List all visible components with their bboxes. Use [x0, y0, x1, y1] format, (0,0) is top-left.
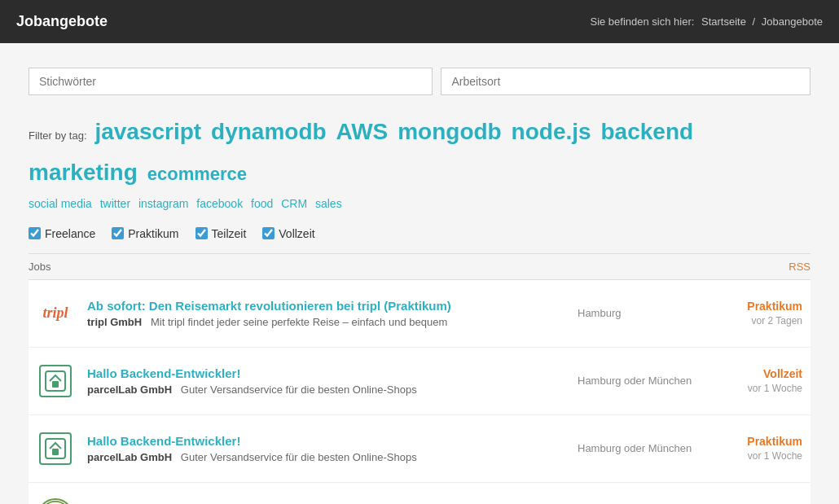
job-meta: Praktikum vor 2 Tagen	[721, 300, 802, 327]
job-company-name: tripl GmbH	[87, 316, 142, 328]
tag-ecommerce[interactable]: ecommerce	[147, 164, 247, 184]
checkbox-row: Freelance Praktikum Teilzeit Vollzeit	[29, 227, 810, 240]
job-type: Praktikum	[721, 435, 802, 448]
parcellab-logo-2	[39, 432, 72, 465]
job-meta: Praktikum vor 1 Woche	[721, 435, 802, 462]
checkbox-teilzeit-input[interactable]	[195, 227, 208, 239]
tag-twitter[interactable]: twitter	[100, 197, 130, 210]
tag-instagram[interactable]: instagram	[138, 197, 188, 210]
job-location: Hamburg oder München	[578, 442, 708, 454]
tag-dynamodb[interactable]: dynamodb	[211, 119, 327, 144]
job-type: Praktikum	[721, 300, 802, 313]
tag-nodejs[interactable]: node.js	[512, 119, 591, 144]
tag-social-media[interactable]: social media	[29, 197, 92, 210]
frischepost-logo: FRISCHE POST	[37, 498, 73, 504]
tag-aws[interactable]: AWS	[336, 119, 389, 144]
tripl-logo-text: tripl	[42, 305, 68, 322]
breadcrumb-separator: /	[753, 15, 756, 28]
svg-rect-1	[52, 381, 59, 388]
table-row: FRISCHE POST Praktikant Marketing & PR (…	[29, 483, 810, 504]
tag-cloud-section: Filter by tag: javascript dynamodb AWS m…	[29, 112, 810, 214]
parcellab-logo	[39, 365, 72, 397]
breadcrumb-current: Jobangebote	[762, 15, 823, 28]
job-company-name: parcelLab GmbH	[87, 451, 172, 463]
job-title[interactable]: Ab sofort: Den Reisemarkt revolutioniere…	[87, 299, 564, 313]
tag-food[interactable]: food	[251, 197, 273, 210]
job-company-desc: parcelLab GmbH Guter Versandservice für …	[87, 451, 417, 463]
location-input[interactable]	[441, 68, 810, 95]
company-logo-parcellab-2	[37, 430, 74, 467]
tag-marketing[interactable]: marketing	[29, 160, 138, 185]
company-logo-tripl: tripl	[37, 295, 74, 332]
table-row: tripl Ab sofort: Den Reisemarkt revoluti…	[29, 280, 810, 348]
job-title[interactable]: Hallo Backend-Entwickler!	[87, 434, 564, 448]
table-row: Hallo Backend-Entwickler! parcelLab GmbH…	[29, 348, 810, 415]
checkbox-praktikum-label: Praktikum	[128, 227, 178, 240]
checkbox-teilzeit-label: Teilzeit	[212, 227, 247, 240]
filter-label: Filter by tag:	[29, 129, 87, 142]
checkbox-teilzeit[interactable]: Teilzeit	[195, 227, 247, 240]
job-location: Hamburg	[578, 307, 708, 319]
checkbox-vollzeit[interactable]: Vollzeit	[262, 227, 314, 240]
tag-crm[interactable]: CRM	[281, 197, 307, 210]
breadcrumb-prefix: Sie befinden sich hier:	[590, 15, 694, 28]
jobs-header: Jobs RSS	[29, 253, 810, 280]
svg-rect-3	[52, 449, 59, 455]
breadcrumb-home[interactable]: Startseite	[701, 15, 746, 28]
checkbox-vollzeit-label: Vollzeit	[279, 227, 314, 240]
job-details: Hallo Backend-Entwickler! parcelLab GmbH…	[87, 434, 564, 463]
tag-mongodb[interactable]: mongodb	[398, 119, 502, 144]
company-logo-parcellab-1	[37, 362, 74, 400]
tag-javascript[interactable]: javascript	[94, 119, 201, 144]
tag-sales[interactable]: sales	[315, 197, 342, 210]
tag-facebook[interactable]: facebook	[196, 197, 243, 210]
job-list: tripl Ab sofort: Den Reisemarkt revoluti…	[29, 280, 810, 504]
job-date: vor 1 Woche	[721, 383, 802, 394]
checkbox-praktikum[interactable]: Praktikum	[112, 227, 178, 240]
search-row	[29, 68, 810, 95]
main-content: Filter by tag: javascript dynamodb AWS m…	[12, 43, 827, 504]
checkbox-freelance-input[interactable]	[29, 227, 41, 239]
checkbox-freelance[interactable]: Freelance	[29, 227, 95, 240]
job-type: Vollzeit	[721, 367, 802, 380]
checkbox-praktikum-input[interactable]	[112, 227, 124, 239]
job-details: Hallo Backend-Entwickler! parcelLab GmbH…	[87, 366, 564, 396]
table-row: Hallo Backend-Entwickler! parcelLab GmbH…	[29, 415, 810, 483]
job-title[interactable]: Hallo Backend-Entwickler!	[87, 366, 564, 380]
checkbox-vollzeit-input[interactable]	[262, 227, 275, 239]
jobs-label: Jobs	[29, 261, 51, 273]
job-company-name: parcelLab GmbH	[87, 383, 172, 396]
site-title: Jobangebote	[16, 13, 108, 30]
job-location: Hamburg oder München	[578, 375, 708, 387]
job-company-desc: tripl GmbH Mit tripl findet jeder seine …	[87, 316, 447, 328]
breadcrumb: Sie befinden sich hier: Startseite / Job…	[590, 15, 823, 28]
rss-link[interactable]: RSS	[788, 261, 810, 273]
job-company-desc: parcelLab GmbH Guter Versandservice für …	[87, 383, 417, 396]
site-header: Jobangebote Sie befinden sich hier: Star…	[0, 0, 839, 43]
company-logo-frischepost: FRISCHE POST	[37, 497, 74, 504]
job-date: vor 2 Tagen	[721, 315, 802, 327]
keywords-input[interactable]	[29, 68, 433, 95]
checkbox-freelance-label: Freelance	[45, 227, 95, 240]
job-date: vor 1 Woche	[721, 450, 802, 462]
job-meta: Vollzeit vor 1 Woche	[721, 367, 802, 394]
job-details: Ab sofort: Den Reisemarkt revolutioniere…	[87, 299, 564, 328]
tag-backend[interactable]: backend	[601, 119, 694, 144]
